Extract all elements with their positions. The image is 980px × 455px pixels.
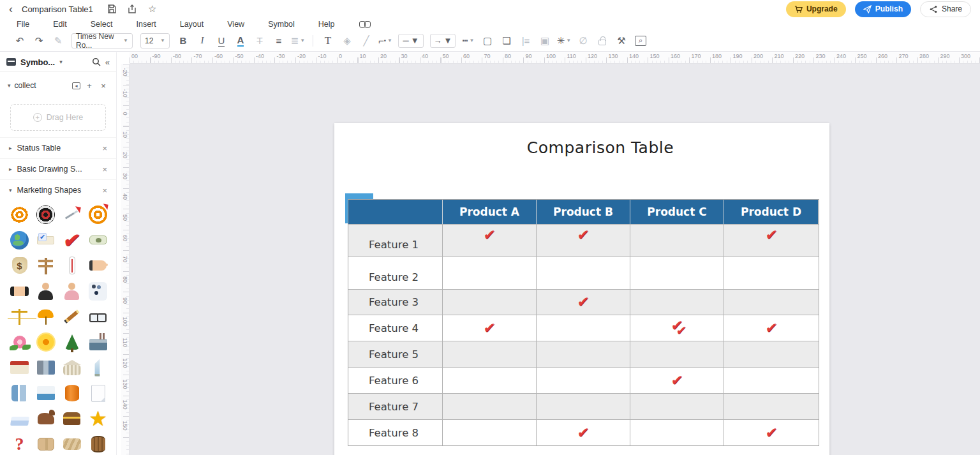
shape-scales-icon[interactable] xyxy=(6,304,33,329)
shape-person-m-icon[interactable] xyxy=(33,278,59,304)
font-family-select[interactable]: Times New Ro...▼ xyxy=(71,33,133,48)
shape-vote-icon[interactable] xyxy=(33,227,59,253)
tools-icon[interactable]: ⚒ xyxy=(613,33,630,49)
shape-bullseye-dark-icon[interactable] xyxy=(33,202,59,227)
line-style-select[interactable]: ─▼ xyxy=(398,34,424,48)
table-cell[interactable]: ✔ xyxy=(537,289,630,315)
table-cell[interactable] xyxy=(724,341,819,367)
shape-barrel-icon[interactable] xyxy=(85,431,111,455)
favorite-star-icon[interactable]: ☆ xyxy=(144,3,161,15)
bring-to-front-icon[interactable]: ▢ xyxy=(479,33,496,49)
table-cell[interactable] xyxy=(537,341,630,367)
import-icon[interactable]: ◂ xyxy=(72,82,80,89)
shape-person-f-icon[interactable] xyxy=(59,278,85,304)
shape-dart-target-icon[interactable] xyxy=(85,202,111,227)
shape-cylinder-icon[interactable] xyxy=(59,380,85,406)
shape-mall-icon[interactable] xyxy=(6,355,33,380)
section-close-icon[interactable]: × xyxy=(102,144,107,153)
fill-style-button[interactable]: ◈ xyxy=(339,33,355,49)
back-icon[interactable]: ‹ xyxy=(9,3,13,16)
connector-button[interactable]: ⌐•▼ xyxy=(377,33,394,49)
table-header-product-a[interactable]: Product A xyxy=(443,200,537,224)
collect-caret-icon[interactable]: ▾ xyxy=(8,82,11,89)
shape-pointing-hand-icon[interactable] xyxy=(85,253,111,278)
shape-planks-icon[interactable] xyxy=(59,431,85,455)
dash-style-button[interactable]: ┅▼ xyxy=(460,33,477,49)
table-row-label[interactable]: Feature 3 xyxy=(348,289,443,315)
table-row-label[interactable]: Feature 7 xyxy=(348,393,443,419)
table-cell[interactable] xyxy=(630,393,724,419)
double-checkmark-icon[interactable]: ✔✔ xyxy=(671,319,683,332)
section-caret-icon[interactable]: ▸ xyxy=(9,145,12,151)
panel-title[interactable]: Symbo... xyxy=(20,57,55,67)
lock-icon[interactable] xyxy=(594,33,611,49)
table-cell[interactable] xyxy=(443,419,537,445)
table-cell[interactable] xyxy=(630,341,724,367)
export-icon[interactable] xyxy=(124,3,140,15)
table-cell[interactable] xyxy=(724,393,819,419)
shape-burj-icon[interactable] xyxy=(85,355,111,380)
upgrade-button[interactable]: Upgrade xyxy=(786,1,846,17)
text-tool-button[interactable]: T xyxy=(320,33,336,49)
table-cell[interactable]: ✔ xyxy=(724,315,819,341)
canvas-title-text[interactable]: Comparison Table xyxy=(334,138,829,157)
menu-view[interactable]: View xyxy=(227,20,244,29)
table-cell[interactable]: ✔ xyxy=(630,367,724,393)
collapse-panel-icon[interactable]: « xyxy=(105,57,110,67)
shape-handshake-icon[interactable] xyxy=(6,278,33,304)
table-row-label[interactable]: Feature 6 xyxy=(348,367,443,393)
table-cell[interactable]: ✔ xyxy=(443,315,537,341)
shape-dog-icon[interactable] xyxy=(33,406,59,431)
table-cell[interactable] xyxy=(443,393,537,419)
checkmark-icon[interactable]: ✔ xyxy=(483,321,496,335)
table-cell[interactable] xyxy=(443,367,537,393)
checkmark-icon[interactable]: ✔ xyxy=(577,228,590,242)
shape-money-bag-icon[interactable]: $ xyxy=(6,253,33,278)
shape-pine-icon[interactable] xyxy=(59,329,85,355)
menu-select[interactable]: Select xyxy=(91,20,113,29)
align-text-button[interactable]: ≡ xyxy=(271,33,287,49)
table-cell[interactable] xyxy=(630,257,724,289)
shape-sunflower-icon[interactable] xyxy=(33,329,59,355)
duplicate-icon[interactable]: ❏ xyxy=(498,33,515,49)
checkmark-icon[interactable]: ✔ xyxy=(765,321,778,335)
checkmark-icon[interactable]: ✔ xyxy=(765,426,778,440)
table-cell[interactable]: ✔ xyxy=(443,224,537,257)
binoculars-icon[interactable] xyxy=(359,20,371,28)
table-header-product-c[interactable]: Product C xyxy=(630,200,724,224)
shape-bank-icon[interactable] xyxy=(59,355,85,380)
table-header-product-d[interactable]: Product D xyxy=(724,200,819,224)
checkmark-icon[interactable]: ✔ xyxy=(577,295,590,309)
italic-button[interactable]: I xyxy=(194,33,211,49)
shape-question-icon[interactable]: ? xyxy=(6,431,33,455)
shape-factory-icon[interactable] xyxy=(85,329,111,355)
add-icon[interactable]: + xyxy=(84,81,94,91)
shape-umbrella-icon[interactable] xyxy=(33,304,59,329)
find-panel-icon[interactable]: ⌕ xyxy=(632,33,649,49)
table-cell[interactable] xyxy=(443,341,537,367)
no-style-icon[interactable]: ∅ xyxy=(575,33,591,49)
table-cell[interactable] xyxy=(630,224,724,257)
shape-modern-building-icon[interactable] xyxy=(33,355,59,380)
table-cell[interactable] xyxy=(724,257,819,289)
redo-icon[interactable]: ↷ xyxy=(31,33,47,49)
comparison-table[interactable]: Product AProduct BProduct CProduct DFeat… xyxy=(348,199,819,446)
publish-button[interactable]: Publish xyxy=(855,1,911,17)
font-color-button[interactable]: A xyxy=(232,33,249,49)
effects-icon[interactable]: ✳▼ xyxy=(556,33,572,49)
table-header-product-b[interactable]: Product B xyxy=(537,200,630,224)
drag-here-dropzone[interactable]: + Drag Here xyxy=(10,104,106,131)
pen-style-button[interactable]: ╱ xyxy=(358,33,375,49)
table-row-label[interactable]: Feature 2 xyxy=(348,257,443,289)
checkmark-icon[interactable]: ✔ xyxy=(577,426,590,440)
search-icon[interactable] xyxy=(92,57,101,66)
table-cell[interactable] xyxy=(443,257,537,289)
font-size-select[interactable]: 12▼ xyxy=(140,33,170,48)
table-cell[interactable] xyxy=(537,315,630,341)
shape-skyscrapers-icon[interactable] xyxy=(6,380,33,406)
group-icon[interactable]: ▣ xyxy=(537,33,553,49)
section-caret-icon[interactable]: ▾ xyxy=(9,187,12,193)
save-icon[interactable] xyxy=(103,3,120,15)
table-cell[interactable] xyxy=(630,419,724,445)
table-cell[interactable] xyxy=(537,393,630,419)
